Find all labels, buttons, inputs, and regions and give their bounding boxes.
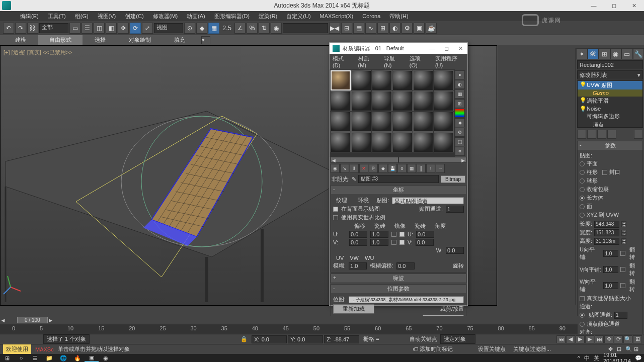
rotate-button[interactable]: 旋转 (453, 262, 464, 269)
goto-end-icon[interactable]: ⏭ (595, 335, 604, 343)
undo-button[interactable]: ↶ (3, 23, 14, 34)
realworld-check[interactable] (580, 296, 585, 301)
create-tab-icon[interactable]: ✦ (576, 48, 588, 59)
length-spinner[interactable] (594, 221, 619, 228)
mapping-dropdown[interactable]: 显式贴图通道 (392, 197, 464, 204)
material-slot[interactable] (331, 132, 351, 152)
named-sets-button[interactable]: ◉ (271, 23, 282, 34)
menu-views[interactable]: 视图(V) (98, 13, 116, 20)
rollout-header[interactable]: -坐标 (331, 186, 466, 194)
matmenu-mode[interactable]: 模式(D) (333, 55, 351, 68)
material-slot[interactable] (392, 112, 413, 132)
utilities-tab-icon[interactable]: 🔧 (633, 48, 645, 59)
material-name-input[interactable] (358, 175, 439, 183)
render-frame-button[interactable]: ▣ (414, 23, 425, 34)
matmenu-material[interactable]: 材质(M) (358, 55, 377, 68)
tray-icon[interactable]: ^ (578, 355, 580, 361)
wtile-spinner[interactable] (603, 282, 618, 289)
width-spinner[interactable] (594, 229, 619, 236)
slot-scroll-right[interactable]: ► (398, 157, 466, 163)
material-slot[interactable] (434, 91, 454, 111)
play-icon[interactable]: ▶ (576, 335, 585, 343)
material-slot[interactable] (413, 132, 433, 152)
menu-help[interactable]: 帮助(H) (389, 13, 408, 20)
mapch-radio[interactable] (580, 313, 585, 318)
matid-icon[interactable]: # (455, 147, 465, 156)
blur-spinner[interactable] (349, 262, 367, 269)
reload-button[interactable]: 重新加载 (333, 304, 374, 314)
select-by-mat-icon[interactable]: ⬚ (455, 137, 465, 146)
matmenu-util[interactable]: 实用程序(U) (435, 55, 464, 68)
dialog-minimize[interactable]: — (425, 45, 439, 52)
lock-icon[interactable]: 🔒 (240, 336, 248, 342)
ref-coord-system[interactable]: 视图 (154, 23, 183, 33)
track-bar[interactable]: 051015202530354045505560657075808590 (0, 324, 578, 334)
prev-frame-icon[interactable]: ◀ (566, 335, 575, 343)
dialog-close[interactable]: ✕ (453, 45, 467, 52)
scale-button[interactable]: ⤢ (142, 23, 153, 34)
xyz-radio[interactable] (580, 213, 585, 218)
autokey-button[interactable]: 自动关键点 (410, 335, 437, 343)
manipulate-button[interactable]: ◆ (196, 23, 207, 34)
shrinkwrap-radio[interactable] (580, 187, 585, 192)
percent-snap-button[interactable]: % (247, 23, 258, 34)
menu-modifiers[interactable]: 修改器(M) (153, 13, 178, 20)
v-angle[interactable] (416, 239, 434, 246)
bitmap-path-button[interactable]: …子建模\334338_素材\3d66Model-334338-2-23.jpg (349, 296, 464, 303)
schematic-view-button[interactable]: ⊞ (377, 23, 388, 34)
material-editor-button[interactable]: ◐ (389, 23, 400, 34)
ime-indicator[interactable]: 中 (584, 354, 590, 362)
make-unique-icon[interactable]: ◆ (378, 164, 387, 173)
rollout-header[interactable]: +噪波 (331, 274, 466, 283)
mapchannel-spinner[interactable] (446, 206, 464, 213)
rollout-header[interactable]: -位图参数 (331, 285, 466, 293)
w-angle[interactable] (446, 247, 464, 254)
vtile-spinner[interactable] (603, 266, 618, 273)
material-slot[interactable] (434, 70, 454, 90)
maxscript-listener[interactable]: MAXSc (35, 346, 54, 352)
pin-stack-icon[interactable] (577, 130, 586, 139)
select-name-button[interactable]: ☰ (82, 23, 93, 34)
configure-sets-icon[interactable] (634, 130, 643, 139)
material-slot[interactable] (372, 132, 392, 152)
material-slot[interactable] (351, 91, 371, 111)
keyset-dropdown[interactable]: 选定对象 (440, 334, 475, 344)
3dsmax-taskbar-icon[interactable]: ▣ (85, 354, 99, 362)
pick-icon[interactable]: ✎ (352, 176, 356, 183)
modifier-stack[interactable]: 💡UVW 贴图 Gizmo 💡涡轮平滑 💡Noise 可编辑多边形 顶点 边 边… (577, 80, 643, 128)
menu-create[interactable]: 创建(C) (125, 13, 143, 20)
show-map-icon[interactable]: ▦ (407, 164, 416, 173)
close-button[interactable]: ✕ (624, 0, 644, 11)
material-slot[interactable] (331, 112, 351, 132)
material-slot[interactable] (372, 70, 392, 90)
modifier-list-dropdown[interactable]: 修改器列表▾ (577, 70, 643, 79)
align-button[interactable]: ⊟ (341, 23, 352, 34)
material-slot[interactable] (372, 112, 392, 132)
material-slot[interactable] (434, 112, 454, 132)
rotate-button[interactable]: ⟳ (130, 23, 141, 34)
u-tile-check[interactable] (399, 232, 405, 237)
rollout-header[interactable]: -参数 (578, 141, 642, 150)
v-tile-check[interactable] (399, 240, 405, 245)
app-icon[interactable]: 🌐 (56, 354, 70, 362)
material-slot[interactable] (413, 70, 433, 90)
layers-button[interactable]: ▤ (353, 23, 364, 34)
ribbon-objectpaint[interactable]: 对象绘制 (118, 35, 162, 45)
minimize-button[interactable]: — (584, 0, 604, 11)
prev-key-icon[interactable]: ◄ (0, 317, 6, 323)
u-offset[interactable] (349, 231, 367, 238)
angle-snap-button[interactable]: ∠ (234, 23, 246, 34)
show-end-icon[interactable]: ║ (417, 164, 426, 173)
dialog-titlebar[interactable]: 材质编辑器 - 01 - Default —◻✕ (330, 43, 467, 54)
viewport-nav-icon[interactable]: ⊞ (633, 335, 642, 343)
keyfilter-button[interactable]: 关键点过滤器... (513, 345, 551, 353)
matid-channel-icon[interactable]: 0 (397, 164, 407, 173)
u-mirror[interactable] (391, 232, 396, 237)
cap-check[interactable] (602, 170, 607, 175)
ribbon-populate[interactable]: 填充 (163, 35, 196, 45)
remove-mod-icon[interactable] (607, 130, 616, 139)
material-slot[interactable] (392, 91, 413, 111)
put-to-scene-icon[interactable]: ↘ (340, 164, 349, 173)
bluroff-spinner[interactable] (396, 262, 415, 269)
uv-tiling-icon[interactable]: ⊞ (455, 99, 465, 108)
